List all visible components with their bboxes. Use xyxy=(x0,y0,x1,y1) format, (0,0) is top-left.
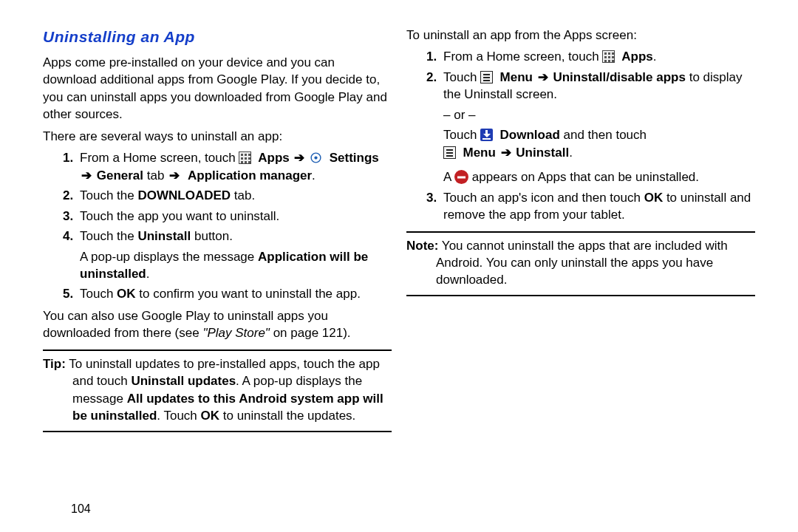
steps-list-right: From a Home screen, touch Apps. Touch Me… xyxy=(406,48,755,223)
text: Touch xyxy=(80,287,117,301)
svg-point-1 xyxy=(315,157,318,160)
menu-label: Menu xyxy=(460,146,496,160)
text: tab. xyxy=(231,188,255,202)
note-label: Note: xyxy=(406,239,438,253)
play-store-ref: "Play Store" xyxy=(202,326,270,340)
settings-icon xyxy=(310,151,322,164)
text: . xyxy=(146,267,150,281)
text: on page 121). xyxy=(270,326,351,340)
apps-label: Apps xyxy=(255,151,290,165)
text: Touch the xyxy=(80,229,137,243)
text: . xyxy=(312,168,316,183)
text: . xyxy=(569,146,573,160)
manual-page: Uninstalling an App Apps come pre-instal… xyxy=(0,0,798,532)
step-3: Touch an app's icon and then touch OK to… xyxy=(440,189,755,224)
text: . Touch xyxy=(157,409,200,423)
lead-paragraph: To uninstall an app from the Apps screen… xyxy=(406,27,755,44)
uninstall-disable-label: Uninstall/disable apps xyxy=(553,70,686,84)
arrow-icon: ➔ xyxy=(293,151,306,165)
text: From a Home screen, touch xyxy=(80,151,239,165)
step-2-alt: Touch Download and then touch Menu ➔ Uni… xyxy=(443,126,755,161)
text: Touch xyxy=(443,70,480,84)
menu-icon xyxy=(480,71,493,83)
text: Touch an app's icon and then touch xyxy=(443,191,644,205)
minus-circle-icon xyxy=(454,170,468,184)
text: tab xyxy=(147,168,168,183)
uninstall-label: Uninstall xyxy=(137,229,191,243)
text: to confirm you want to uninstall the app… xyxy=(136,287,361,301)
step-3: Touch the app you want to uninstall. xyxy=(77,208,392,225)
note-content: Note: You cannot uninstall the apps that… xyxy=(406,237,755,289)
text: You cannot uninstall the apps that are i… xyxy=(436,239,728,287)
text: A xyxy=(443,170,454,184)
menu-icon xyxy=(443,146,456,159)
left-column: Uninstalling an App Apps come pre-instal… xyxy=(43,27,392,517)
text: to uninstall the updates. xyxy=(219,409,355,423)
tip-label: Tip: xyxy=(43,357,66,371)
text: Touch the xyxy=(80,188,137,202)
step-2: Touch the DOWNLOADED tab. xyxy=(77,187,392,204)
text: From a Home screen, touch xyxy=(443,50,602,64)
download-label: Download xyxy=(497,128,560,142)
text: . xyxy=(653,50,657,64)
step-2: Touch Menu ➔ Uninstall/disable apps to d… xyxy=(440,69,755,186)
step-1: From a Home screen, touch Apps ➔ Setting… xyxy=(77,149,392,184)
apps-icon xyxy=(239,151,251,164)
download-icon xyxy=(480,129,493,141)
uninstall-label: Uninstall xyxy=(516,146,569,160)
text: A pop-up displays the message xyxy=(80,250,258,264)
text: appears on Apps that can be uninstalled. xyxy=(472,170,699,184)
after-paragraph: You can also use Google Play to uninstal… xyxy=(43,307,392,342)
right-column: To uninstall an app from the Apps screen… xyxy=(406,27,755,517)
note-box: Note: You cannot uninstall the apps that… xyxy=(406,231,755,296)
text: button. xyxy=(191,229,233,243)
arrow-icon: ➔ xyxy=(536,70,550,84)
step-2-result: A appears on Apps that can be uninstalle… xyxy=(443,168,755,185)
section-heading: Uninstalling an App xyxy=(43,27,392,48)
arrow-icon: ➔ xyxy=(499,146,513,160)
app-manager-label: Application manager xyxy=(185,168,312,183)
uninstall-updates-label: Uninstall updates xyxy=(131,374,236,388)
ok-label: OK xyxy=(644,191,664,205)
menu-label: Menu xyxy=(497,70,533,84)
ok-label: OK xyxy=(201,409,220,423)
intro-paragraph: Apps come pre-installed on your device a… xyxy=(43,54,392,123)
text: Touch xyxy=(443,128,480,142)
or-text: – or – xyxy=(443,106,755,123)
tip-box: Tip: To uninstall updates to pre-install… xyxy=(43,349,392,432)
page-number: 104 xyxy=(71,502,91,516)
text: and then touch xyxy=(564,128,647,142)
step-5: Touch OK to confirm you want to uninstal… xyxy=(77,285,392,302)
step-4-sub: A pop-up displays the message Applicatio… xyxy=(80,248,392,283)
steps-list-left: From a Home screen, touch Apps ➔ Setting… xyxy=(43,149,392,303)
general-label: General xyxy=(97,168,143,183)
step-1: From a Home screen, touch Apps. xyxy=(440,48,755,65)
apps-icon xyxy=(602,50,615,63)
lead-paragraph: There are several ways to uninstall an a… xyxy=(43,128,392,145)
settings-label: Settings xyxy=(326,151,379,165)
arrow-icon: ➔ xyxy=(80,168,93,183)
downloaded-label: DOWNLOADED xyxy=(137,188,231,202)
arrow-icon: ➔ xyxy=(168,168,181,183)
ok-label: OK xyxy=(117,287,136,301)
step-4: Touch the Uninstall button. A pop-up dis… xyxy=(77,228,392,282)
apps-label: Apps xyxy=(618,50,653,64)
tip-content: Tip: To uninstall updates to pre-install… xyxy=(43,355,392,425)
